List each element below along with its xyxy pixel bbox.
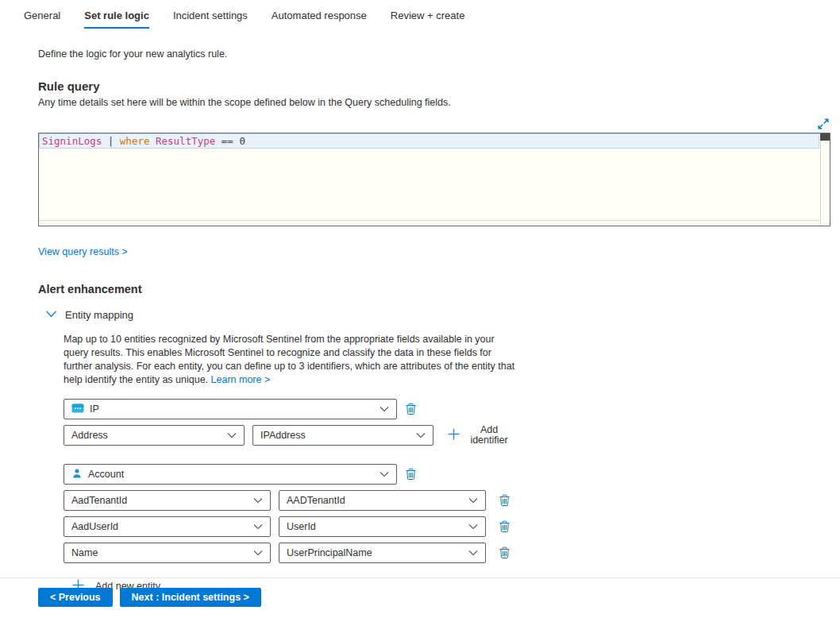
rule-query-subtitle: Any time details set here will be within… (38, 97, 840, 108)
identifier-field-dropdown[interactable]: Address (64, 425, 245, 446)
chevron-down-icon (253, 547, 263, 558)
chevron-down-icon (468, 547, 478, 558)
alert-enhancement-heading: Alert enhancement (38, 283, 840, 295)
identifier-row: Address IPAddress Add identifier (64, 425, 840, 446)
add-identifier-button[interactable]: Add identifier (447, 425, 511, 446)
chevron-down-icon (380, 404, 389, 415)
identifier-row: AadTenantId AADTenantId (64, 490, 840, 511)
editor-scrollbar-thumb[interactable] (820, 133, 830, 141)
identifier-field-value: AadUserId (71, 521, 118, 532)
code-token-keyword: where (120, 135, 150, 147)
entity-type-value: IP (90, 404, 99, 415)
tab-general[interactable]: General (24, 10, 60, 29)
code-token-column: ResultType (149, 135, 221, 147)
identifier-column-value: IPAddress (260, 430, 306, 441)
rule-query-heading: Rule query (38, 79, 840, 93)
identifier-row: AadUserId UserId (64, 516, 840, 537)
view-query-results-link[interactable]: View query results > (38, 246, 128, 257)
delete-identifier-button[interactable] (497, 493, 511, 508)
delete-identifier-button[interactable] (497, 520, 511, 534)
tab-incident-settings[interactable]: Incident settings (173, 10, 248, 29)
account-entity-icon (71, 468, 83, 481)
identifier-field-dropdown[interactable]: Name (64, 543, 271, 563)
expand-editor-icon[interactable] (816, 117, 830, 131)
chevron-down-icon (45, 309, 57, 321)
query-code-line: SigninLogs | where ResultType == 0 (40, 134, 819, 148)
learn-more-link[interactable]: Learn more > (211, 374, 271, 385)
editor-vertical-scrollbar[interactable] (820, 133, 830, 226)
delete-entity-button[interactable] (403, 402, 418, 416)
entity-type-dropdown-account[interactable]: Account (64, 464, 397, 485)
identifier-column-value: UserId (287, 521, 316, 532)
chevron-down-icon (253, 521, 263, 532)
tab-automated-response[interactable]: Automated response (272, 10, 367, 29)
entity-type-value: Account (88, 469, 124, 480)
code-token-operator: == (222, 135, 233, 147)
identifier-column-dropdown[interactable]: AADTenantId (279, 490, 486, 511)
identifier-row: Name UserPrincipalName (64, 543, 840, 563)
chevron-down-icon (468, 495, 478, 506)
entity-row-account: Account (64, 464, 840, 485)
identifier-field-value: Name (71, 547, 98, 558)
entity-type-dropdown-ip[interactable]: IP (64, 399, 397, 419)
code-token-table: SigninLogs (42, 135, 102, 147)
code-token-pipe: | (102, 135, 120, 147)
query-editor[interactable]: SigninLogs | where ResultType == 0 (38, 133, 830, 226)
next-button[interactable]: Next : Incident settings > (120, 588, 261, 607)
wizard-footer: < Previous Next : Incident settings > (38, 588, 261, 607)
identifier-column-value: UserPrincipalName (287, 547, 372, 558)
identifier-column-value: AADTenantId (287, 495, 345, 506)
delete-identifier-button[interactable] (497, 546, 511, 560)
identifier-column-dropdown[interactable]: UserId (279, 516, 486, 537)
tab-set-rule-logic[interactable]: Set rule logic (84, 10, 149, 29)
chevron-down-icon (380, 469, 389, 480)
entity-row-ip: IP (64, 399, 840, 419)
entity-mapping-description: Map up to 10 entities recognized by Micr… (64, 333, 521, 387)
entity-mapping-accordion[interactable]: Entity mapping (45, 309, 133, 321)
delete-entity-button[interactable] (403, 467, 418, 481)
ip-entity-icon (71, 404, 84, 415)
editor-horizontal-scrollbar[interactable] (39, 220, 819, 226)
wizard-tabbar: General Set rule logic Incident settings… (0, 0, 840, 29)
footer-divider (0, 577, 840, 578)
chevron-down-icon (416, 430, 426, 441)
previous-button[interactable]: < Previous (38, 588, 113, 607)
identifier-column-dropdown[interactable]: IPAddress (252, 425, 433, 446)
intro-text: Define the logic for your new analytics … (38, 48, 840, 60)
identifier-field-value: AadTenantId (71, 495, 127, 506)
chevron-down-icon (468, 521, 478, 532)
code-token-number: 0 (233, 135, 245, 147)
identifier-field-dropdown[interactable]: AadTenantId (64, 490, 271, 511)
add-identifier-label: Add identifier (467, 425, 511, 446)
chevron-down-icon (227, 430, 237, 441)
identifier-column-dropdown[interactable]: UserPrincipalName (279, 543, 486, 563)
chevron-down-icon (253, 495, 263, 506)
tab-review-create[interactable]: Review + create (391, 10, 465, 29)
entity-mapping-label: Entity mapping (65, 309, 133, 321)
identifier-field-value: Address (71, 430, 108, 441)
editor-current-line: SigninLogs | where ResultType == 0 (39, 133, 819, 149)
identifier-field-dropdown[interactable]: AadUserId (64, 516, 271, 537)
plus-icon (447, 427, 460, 443)
entity-mapping-description-text: Map up to 10 entities recognized by Micr… (64, 334, 514, 385)
